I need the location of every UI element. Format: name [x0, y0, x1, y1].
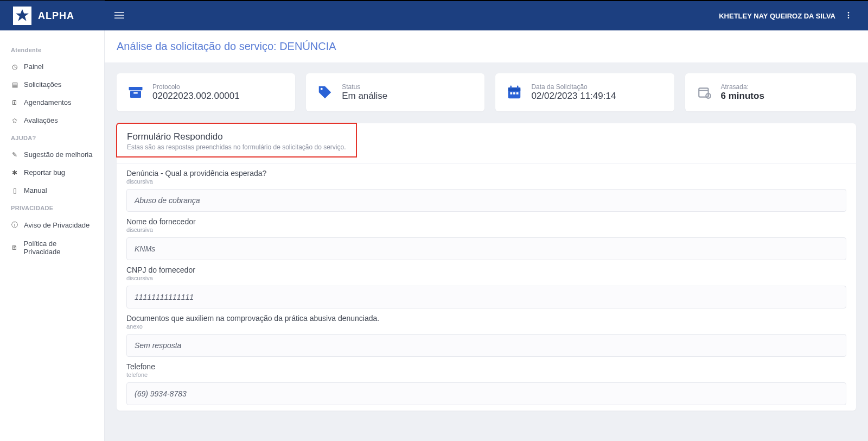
- svg-rect-4: [114, 17, 124, 18]
- card-atrasada: Atrasada: 6 minutos: [685, 73, 856, 111]
- svg-rect-14: [510, 86, 512, 89]
- sidebar-item-solicitacoes[interactable]: ▤ Solicitações: [0, 75, 104, 93]
- svg-rect-18: [516, 92, 519, 94]
- info-icon: ⓘ: [11, 220, 18, 230]
- field-label: Nome do fornecedor: [126, 217, 846, 226]
- card-value: Em análise: [342, 91, 387, 102]
- svg-point-11: [321, 88, 323, 90]
- svg-rect-3: [114, 15, 124, 16]
- dashboard-icon: ◷: [11, 63, 18, 71]
- brand-star-icon: [13, 7, 31, 25]
- sidebar-item-label: Manual: [24, 186, 47, 194]
- card-label: Atrasada:: [721, 83, 764, 91]
- field-label: Telefone: [126, 362, 846, 371]
- field-value: KNMs: [126, 237, 846, 260]
- card-value: 02/02/2023 11:49:14: [531, 91, 616, 102]
- field-type: telefone: [126, 371, 846, 378]
- panel-heading: Formulário Respondido: [127, 131, 346, 142]
- card-label: Status: [342, 83, 387, 91]
- field-fornecedor: Nome do fornecedor discursiva KNMs: [117, 212, 856, 260]
- sidebar-item-politica-privacidade[interactable]: 🗎 Política de Privacidade: [0, 235, 104, 261]
- brand[interactable]: ALPHA: [0, 1, 105, 31]
- svg-rect-8: [129, 87, 143, 90]
- sidebar-item-label: Solicitações: [24, 80, 61, 89]
- field-value: (69) 9934-8783: [126, 382, 846, 405]
- form-panel-header: Formulário Respondido Estas são as respo…: [116, 123, 357, 158]
- sidebar-item-label: Painel: [24, 62, 43, 71]
- sidebar: Atendente ◷ Painel ▤ Solicitações 🗓 Agen…: [0, 30, 105, 441]
- sidebar-item-avaliacoes[interactable]: ✩ Avaliações: [0, 111, 104, 129]
- sidebar-section-title: PRIVACIDADE: [0, 199, 104, 216]
- field-value: Abuso de cobrança: [126, 189, 846, 212]
- summary-cards: Protocolo 02022023.002.00001 Status Em a…: [117, 73, 856, 111]
- tag-icon: [317, 84, 333, 100]
- field-type: discursiva: [126, 275, 846, 281]
- svg-rect-2: [114, 12, 124, 13]
- brand-label: ALPHA: [38, 10, 74, 22]
- card-status: Status Em análise: [306, 73, 484, 111]
- sidebar-item-label: Avaliações: [24, 116, 58, 124]
- svg-rect-9: [130, 91, 141, 98]
- topbar: ALPHA KHETLEY NAY QUEIROZ DA SILVA: [0, 0, 868, 30]
- field-type: discursiva: [126, 178, 846, 185]
- form-panel: Formulário Respondido Estas são as respo…: [117, 123, 856, 411]
- sidebar-item-aviso-privacidade[interactable]: ⓘ Aviso de Privacidade: [0, 216, 104, 235]
- sidebar-section-title: Atendente: [0, 41, 104, 58]
- card-protocolo: Protocolo 02022023.002.00001: [117, 73, 295, 111]
- card-value: 02022023.002.00001: [152, 91, 240, 102]
- field-type: discursiva: [126, 226, 846, 233]
- field-value: 11111111111111: [126, 286, 846, 308]
- user-name: KHETLEY NAY QUEIROZ DA SILVA: [719, 12, 835, 20]
- archive-icon: [127, 84, 144, 100]
- field-cnpj: CNPJ do fornecedor discursiva 1111111111…: [117, 260, 856, 308]
- sidebar-item-painel[interactable]: ◷ Painel: [0, 58, 104, 75]
- sidebar-item-label: Aviso de Privacidade: [24, 221, 90, 229]
- svg-rect-10: [133, 92, 138, 94]
- doc-icon: 🗎: [11, 244, 18, 251]
- ticket-icon: ▤: [11, 81, 18, 89]
- topbar-right: KHETLEY NAY QUEIROZ DA SILVA: [719, 9, 859, 23]
- panel-subheading: Estas são as respostas preenchidas no fo…: [127, 143, 346, 151]
- sidebar-item-bug[interactable]: ✱ Reportar bug: [0, 163, 104, 181]
- menu-toggle-button[interactable]: [114, 10, 124, 22]
- sidebar-item-label: Sugestão de melhoria: [24, 150, 92, 159]
- bug-icon: ✱: [11, 169, 18, 177]
- card-value: 6 minutos: [721, 91, 764, 102]
- sidebar-item-label: Política de Privacidade: [24, 240, 93, 256]
- sidebar-item-manual[interactable]: ▯ Manual: [0, 181, 104, 199]
- field-providencia: Denúncia - Qual a providência esperada? …: [117, 163, 856, 212]
- svg-point-6: [848, 14, 850, 16]
- field-label: Denúncia - Qual a providência esperada?: [126, 169, 846, 178]
- field-type: anexo: [126, 323, 846, 330]
- field-telefone: Telefone telefone (69) 9934-8783: [117, 357, 856, 405]
- star-icon: ✩: [11, 117, 18, 124]
- sidebar-item-label: Reportar bug: [24, 168, 65, 177]
- svg-point-5: [848, 12, 850, 14]
- svg-point-7: [848, 17, 850, 18]
- edit-icon: ✎: [11, 151, 18, 159]
- svg-rect-16: [510, 92, 513, 94]
- field-label: CNPJ do fornecedor: [126, 266, 846, 274]
- svg-rect-15: [517, 86, 519, 89]
- card-label: Data da Solicitação: [531, 83, 616, 91]
- svg-rect-19: [699, 88, 708, 97]
- field-label: Documentos que auxiliem na comprovação d…: [126, 314, 846, 323]
- card-data: Data da Solicitação 02/02/2023 11:49:14: [495, 73, 674, 111]
- sidebar-item-label: Agendamentos: [24, 98, 71, 106]
- sidebar-item-agendamentos[interactable]: 🗓 Agendamentos: [0, 93, 104, 111]
- page-title: Análise da solicitação do serviço: DENÚN…: [105, 30, 868, 62]
- sidebar-section-title: AJUDA?: [0, 129, 104, 146]
- book-icon: ▯: [11, 187, 18, 194]
- svg-rect-13: [508, 87, 521, 91]
- content: Análise da solicitação do serviço: DENÚN…: [105, 30, 868, 441]
- card-label: Protocolo: [152, 83, 240, 91]
- calendar-icon: 🗓: [11, 99, 18, 106]
- user-menu-button[interactable]: [842, 9, 855, 23]
- field-value: Sem resposta: [126, 334, 846, 357]
- field-documentos: Documentos que auxiliem na comprovação d…: [117, 308, 856, 357]
- svg-rect-17: [514, 92, 516, 94]
- sidebar-item-sugestao[interactable]: ✎ Sugestão de melhoria: [0, 146, 104, 163]
- calendar-icon: [506, 84, 522, 100]
- clock-alert-icon: [696, 84, 712, 100]
